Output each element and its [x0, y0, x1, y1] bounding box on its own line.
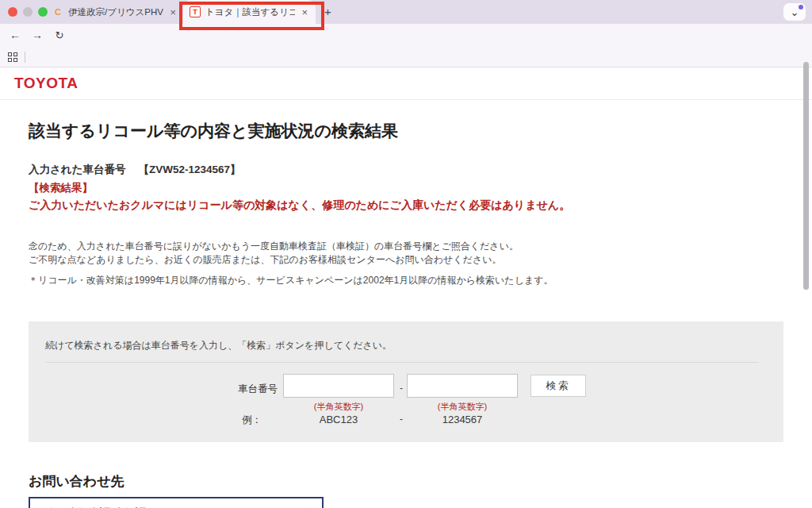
notification-dot — [799, 5, 803, 10]
frame-number-field-label: 車台番号 — [238, 383, 278, 396]
example-separator: - — [396, 414, 406, 425]
panel-divider — [45, 362, 759, 363]
window-minimize-button[interactable] — [23, 7, 33, 17]
screenshot-root: C 伊達政宗/プリウスPHV/6789 - × T トヨタ｜該当するリコール等の… — [0, 0, 812, 508]
annotation-highlight-box — [179, 2, 324, 30]
input-separator: - — [396, 383, 406, 394]
tab-search-button[interactable]: ⌄ — [783, 3, 806, 21]
search-result-label: 【検索結果】 — [29, 181, 93, 195]
frame-div-input[interactable] — [283, 374, 394, 398]
search-result-message: ご入力いただいたおクルマにはリコール等の対象はなく、修理のためにご入庫いただく必… — [29, 198, 570, 213]
toyota-logo[interactable]: TOYOTA — [14, 75, 78, 92]
site-header: TOYOTA — [0, 67, 812, 100]
frame-number-label: 入力された車台番号 — [29, 164, 125, 175]
browser-tab-strip: C 伊達政宗/プリウスPHV/6789 - × T トヨタ｜該当するリコール等の… — [0, 0, 812, 24]
contact-info-box: 自動車検査証(車検証)をご用意いただくとスムーズな対応が可能です — [29, 497, 324, 508]
window-close-button[interactable] — [8, 7, 17, 17]
bookmarks-divider — [25, 52, 25, 63]
new-tab-button[interactable]: + — [324, 5, 331, 18]
macos-traffic-lights — [8, 7, 48, 17]
frame-number-value: 【ZVW52-1234567】 — [138, 164, 240, 175]
alphanumeric-hint: (半角英数字) — [283, 401, 394, 413]
apps-grid-icon[interactable] — [8, 52, 17, 62]
note-paragraph: 念のため、入力された車台番号に誤りがないかもう一度自動車検査証（車検証）の車台番… — [29, 240, 519, 267]
toyota-recall-result-page: TOYOTA 該当するリコール等の内容と実施状況の検索結果 入力された車台番号【… — [0, 67, 812, 508]
bookmarks-bar — [0, 46, 812, 67]
panel-instruction: 続けて検索される場合は車台番号を入力し、「検索」ボタンを押してください。 — [45, 339, 392, 352]
example-frame-no: 1234567 — [407, 414, 518, 425]
contact-section-heading: お問い合わせ先 — [29, 472, 124, 491]
example-label: 例： — [242, 414, 262, 427]
tab-claude-conversation[interactable]: C 伊達政宗/プリウスPHV/6789 - × — [46, 0, 184, 24]
note-line-2: ご不明な点などありましたら、お近くの販売店または、下記のお客様相談センターへお問… — [29, 253, 519, 267]
chevron-down-icon: ⌄ — [791, 6, 799, 18]
page-title: 該当するリコール等の内容と実施状況の検索結果 — [29, 120, 398, 142]
forward-button[interactable]: → — [29, 26, 46, 44]
date-range-disclaimer: ＊リコール・改善対策は1999年1月以降の情報から、サービスキャンペーンは200… — [29, 274, 553, 287]
vertical-scrollbar-thumb[interactable] — [803, 62, 809, 290]
note-line-1: 念のため、入力された車台番号に誤りがないかもう一度自動車検査証（車検証）の車台番… — [29, 240, 519, 253]
continue-search-panel: 続けて検索される場合は車台番号を入力し、「検索」ボタンを押してください。 車台番… — [29, 321, 783, 442]
claude-favicon-icon: C — [52, 6, 63, 17]
example-frame-div: ABC123 — [283, 414, 394, 425]
back-button[interactable]: ← — [6, 26, 24, 44]
search-button[interactable]: 検索 — [530, 375, 586, 397]
tab-title: 伊達政宗/プリウスPHV/6789 - — [68, 6, 163, 18]
browser-toolbar: ← → ↻ toyota.co.jp/recall-search/dc/resu… — [0, 24, 812, 46]
reload-button[interactable]: ↻ — [51, 26, 68, 44]
alphanumeric-hint: (半角英数字) — [407, 401, 518, 413]
tab-close-icon[interactable]: × — [168, 6, 178, 18]
entered-frame-number-line: 入力された車台番号【ZVW52-1234567】 — [29, 163, 241, 177]
frame-no-input[interactable] — [407, 374, 518, 398]
